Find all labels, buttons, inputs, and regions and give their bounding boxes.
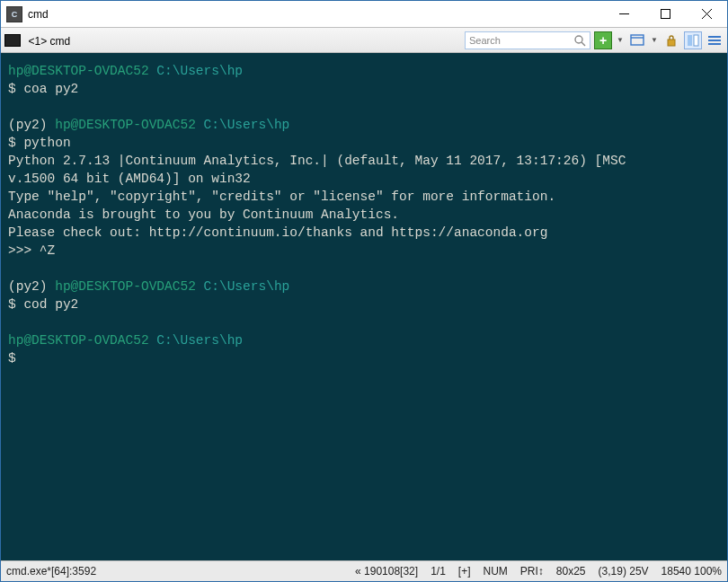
minimize-icon [619,9,629,19]
terminal-line: Python 2.7.13 |Continuum Analytics, Inc.… [8,154,626,168]
window-list-icon [630,33,644,48]
svg-rect-1 [661,10,670,19]
terminal-line: $ python [8,136,71,150]
status-process: cmd.exe*[64]:3592 [6,565,96,578]
terminal-line: v.1500 64 bit (AMD64)] on win32 [8,172,251,186]
status-seg: PRI↕ [520,565,544,578]
status-zoom: 18540 100% [661,565,722,578]
status-seg: 80x25 [556,565,586,578]
svg-rect-6 [631,35,644,45]
svg-point-4 [575,36,582,43]
tab-label[interactable]: <1> cmd [28,35,70,48]
svg-line-5 [582,42,585,46]
svg-rect-9 [688,35,692,46]
terminal-tab-icon [4,34,21,47]
maximize-icon [661,9,670,19]
terminal-line: $ cod py2 [8,297,78,312]
status-cursor: (3,19) 25V [599,565,649,578]
terminal-line: >>> ^Z [8,243,55,258]
maximize-button[interactable] [644,1,686,27]
search-icon [573,34,586,47]
window-menu-button[interactable] [628,31,646,49]
lock-button[interactable] [662,31,680,49]
window-title: cmd [28,8,603,21]
close-button[interactable] [686,1,727,27]
terminal-line: hp@DESKTOP-OVDAC52 C:\Users\hp [8,64,243,78]
close-icon [702,9,712,19]
new-tab-button[interactable]: + [594,31,612,49]
status-seg: NUM [484,565,508,578]
hamburger-icon [707,34,722,47]
search-placeholder: Search [469,35,501,46]
toolbar: <1> cmd Search + ▼ ▼ [1,28,727,53]
search-input[interactable]: Search [465,31,590,49]
split-icon [687,34,699,47]
svg-rect-10 [694,35,698,46]
tab-bar: <1> cmd [4,32,461,48]
terminal-line: Type "help", "copyright", "credits" or "… [8,190,555,204]
titlebar[interactable]: C cmd [1,1,727,28]
terminal-line: Please check out: http://continuum.io/th… [8,225,547,240]
hamburger-menu-button[interactable] [706,31,724,49]
terminal-line: Anaconda is brought to you by Continuum … [8,207,399,222]
terminal-line: $ [8,351,16,366]
terminal-line: (py2) hp@DESKTOP-OVDAC52 C:\Users\hp [8,118,289,132]
terminal-line: $ coa py2 [8,82,78,96]
window-menu-dropdown[interactable]: ▼ [650,36,659,44]
app-window: C cmd <1> cmd Search + ▼ ▼ [0,0,728,582]
terminal-output[interactable]: hp@DESKTOP-OVDAC52 C:\Users\hp $ coa py2… [1,53,727,560]
lock-icon [665,34,678,47]
terminal-line: (py2) hp@DESKTOP-OVDAC52 C:\Users\hp [8,279,289,294]
svg-rect-8 [668,40,675,46]
app-icon: C [6,6,22,22]
status-seg: [+] [458,565,471,578]
status-seg: « 190108[32] [355,565,418,578]
terminal-line: hp@DESKTOP-OVDAC52 C:\Users\hp [8,333,243,348]
new-tab-dropdown[interactable]: ▼ [616,36,625,44]
status-seg: 1/1 [431,565,446,578]
minimize-button[interactable] [603,1,644,27]
statusbar: cmd.exe*[64]:3592 « 190108[32] 1/1 [+] N… [1,560,727,581]
split-view-button[interactable] [684,31,702,49]
